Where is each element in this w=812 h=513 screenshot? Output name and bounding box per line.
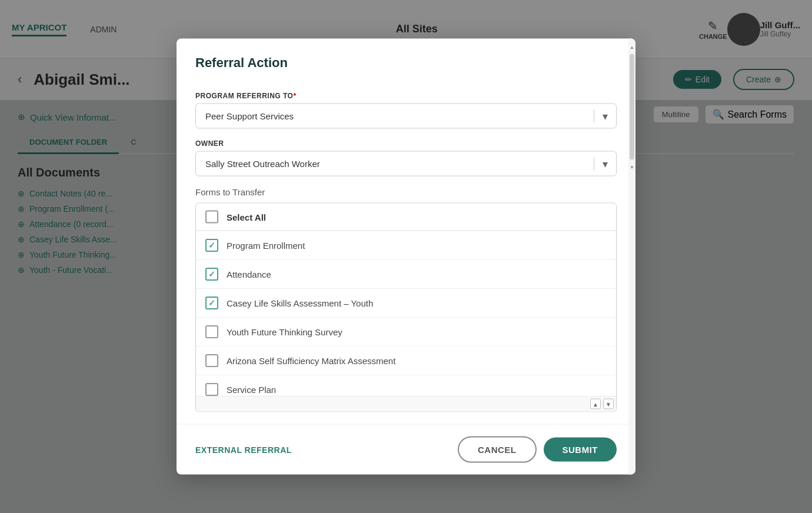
checkmark-icon-2: ✓: [208, 298, 215, 308]
checkmark-icon-1: ✓: [208, 269, 215, 279]
checkmark-icon-0: ✓: [208, 241, 215, 250]
owner-dropdown-icon[interactable]: ▾: [594, 157, 616, 170]
owner-field: OWNER Sally Street Outreach Worker ▾: [195, 139, 617, 176]
form-item-4[interactable]: Arizona Self Sufficiency Matrix Assessme…: [196, 347, 616, 375]
external-referral-link[interactable]: EXTERNAL REFERRAL: [195, 445, 292, 454]
cancel-button[interactable]: CANCEL: [458, 437, 537, 463]
form-checkbox-0[interactable]: ✓: [205, 239, 218, 252]
form-checkbox-2[interactable]: ✓: [205, 297, 218, 309]
form-item-3[interactable]: Youth Future Thinking Survey: [196, 318, 616, 347]
form-checkbox-5[interactable]: [205, 383, 218, 396]
form-name-0: Program Enrollment: [227, 240, 305, 250]
form-name-2: Casey Life Skills Assessment – Youth: [227, 298, 373, 308]
form-item-5[interactable]: Service Plan: [196, 375, 616, 396]
form-item-1[interactable]: ✓ Attendance: [196, 260, 616, 289]
program-dropdown-icon[interactable]: ▾: [594, 109, 616, 122]
select-all-row[interactable]: Select All: [196, 204, 616, 231]
modal-body: PROGRAM REFERRING TO* Peer Support Servi…: [177, 80, 635, 424]
program-value: Peer Support Services: [196, 104, 594, 128]
select-all-label: Select All: [227, 212, 266, 222]
program-field: PROGRAM REFERRING TO* Peer Support Servi…: [195, 92, 617, 129]
owner-label: OWNER: [195, 139, 617, 148]
scroll-up-arrow[interactable]: ▲: [590, 399, 601, 409]
forms-label: Forms to Transfer: [195, 187, 617, 197]
owner-select[interactable]: Sally Street Outreach Worker ▾: [195, 151, 617, 176]
form-name-1: Attendance: [227, 269, 271, 279]
owner-value: Sally Street Outreach Worker: [196, 152, 594, 176]
forms-section: Forms to Transfer Select All ✓ Program E…: [195, 187, 617, 412]
modal-footer: EXTERNAL REFERRAL CANCEL SUBMIT: [177, 424, 635, 475]
referral-action-modal: ▲ ▼ Referral Action PROGRAM REFERRING TO…: [177, 39, 635, 475]
select-all-checkbox[interactable]: [205, 211, 218, 224]
submit-button[interactable]: SUBMIT: [544, 438, 617, 462]
form-name-4: Arizona Self Sufficiency Matrix Assessme…: [227, 355, 395, 365]
form-checkbox-1[interactable]: ✓: [205, 268, 218, 281]
form-name-3: Youth Future Thinking Survey: [227, 327, 342, 337]
forms-list[interactable]: ✓ Program Enrollment ✓ Attendance: [196, 231, 616, 396]
scroll-controls: ▲ ▼: [196, 396, 616, 412]
required-star: *: [293, 92, 296, 100]
program-select[interactable]: Peer Support Services ▾: [195, 104, 617, 129]
form-item-0[interactable]: ✓ Program Enrollment: [196, 231, 616, 260]
scroll-thumb: [630, 54, 634, 160]
scroll-up-icon[interactable]: ▲: [628, 42, 635, 52]
modal-scrollbar[interactable]: ▲ ▼: [628, 39, 635, 475]
modal-header: Referral Action: [177, 39, 635, 80]
form-checkbox-4[interactable]: [205, 354, 218, 367]
form-name-5: Service Plan: [227, 384, 276, 394]
scroll-down-arrow[interactable]: ▼: [603, 399, 614, 409]
form-checkbox-3[interactable]: [205, 325, 218, 338]
program-label: PROGRAM REFERRING TO*: [195, 92, 617, 100]
scroll-down-icon[interactable]: ▼: [628, 162, 635, 172]
form-item-2[interactable]: ✓ Casey Life Skills Assessment – Youth: [196, 289, 616, 318]
forms-container: Select All ✓ Program Enrollment ✓: [195, 203, 617, 412]
modal-title: Referral Action: [195, 55, 617, 71]
